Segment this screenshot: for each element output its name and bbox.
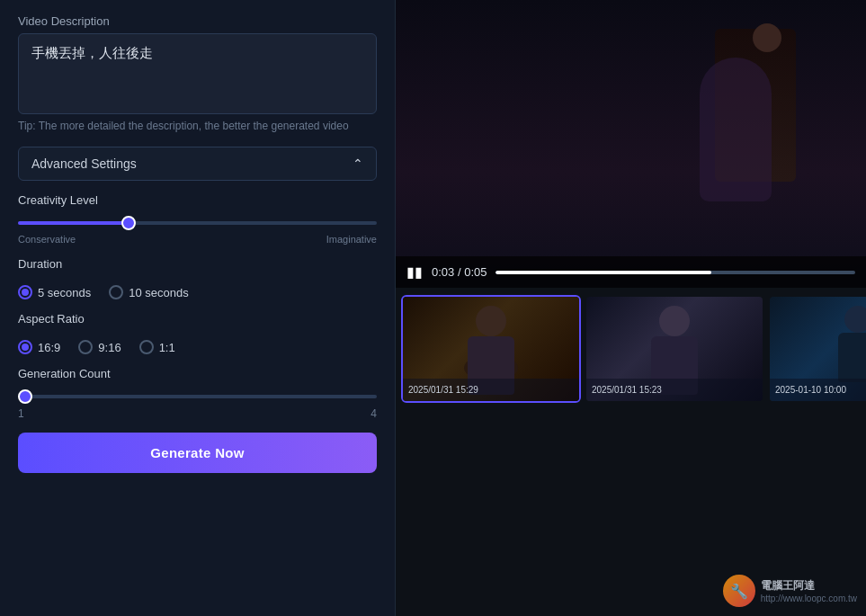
thumbnail-3[interactable]: 2025-01-10 10:00 <box>768 295 866 403</box>
video-description-label: Video Description <box>18 14 377 28</box>
generation-count-label: Generation Count <box>18 367 377 380</box>
aspect-ratio-radio-group: 16:9 9:16 1:1 <box>18 340 377 354</box>
watermark-text: 電腦王阿達 http://www.loopc.com.tw <box>761 578 857 603</box>
duration-option-10s[interactable]: 10 seconds <box>109 285 189 299</box>
aspect-ratio-1-1-label: 1:1 <box>159 341 175 354</box>
video-preview: ▮▮ 0:03 / 0:05 <box>396 0 866 288</box>
creativity-max-label: Imaginative <box>326 234 377 245</box>
duration-section: Duration 5 seconds 10 seconds <box>18 257 377 299</box>
aspect-ratio-9-16-label: 9:16 <box>98 341 121 354</box>
thumbnail-1[interactable]: 2025/01/31 15:29 <box>401 295 581 403</box>
generate-now-button[interactable]: Generate Now <box>18 433 377 473</box>
aspect-ratio-16-9[interactable]: 16:9 <box>18 340 60 354</box>
creativity-label: Creativity Level <box>18 193 377 207</box>
progress-fill <box>495 271 711 274</box>
aspect-ratio-radio-9-16[interactable] <box>78 340 93 354</box>
duration-option-5s[interactable]: 5 seconds <box>18 285 91 299</box>
progress-bar[interactable] <box>495 271 855 274</box>
creativity-labels: Conservative Imaginative <box>18 234 377 245</box>
video-still <box>396 0 866 288</box>
time-display: 0:03 / 0:05 <box>432 265 487 279</box>
thumb-3-label: 2025-01-10 10:00 <box>775 385 846 395</box>
aspect-ratio-radio-1-1[interactable] <box>139 340 154 354</box>
advanced-settings-block: Creativity Level Conservative Imaginativ… <box>18 193 377 420</box>
aspect-ratio-16-9-label: 16:9 <box>38 341 60 354</box>
creativity-section: Creativity Level Conservative Imaginativ… <box>18 193 377 245</box>
creativity-slider[interactable] <box>18 221 377 225</box>
video-description-input[interactable]: 手機丟掉，人往後走 <box>18 33 377 114</box>
aspect-ratio-label: Aspect Ratio <box>18 312 377 326</box>
aspect-ratio-radio-16-9[interactable] <box>18 340 32 354</box>
duration-5s-label: 5 seconds <box>38 286 91 299</box>
aspect-ratio-1-1[interactable]: 1:1 <box>139 340 175 354</box>
thumb-2-label: 2025/01/31 15:23 <box>592 385 662 395</box>
creativity-min-label: Conservative <box>18 234 76 245</box>
duration-radio-10s[interactable] <box>109 285 123 299</box>
thumbnail-2[interactable]: 2025/01/31 15:23 <box>585 295 764 403</box>
duration-radio-5s[interactable] <box>18 285 32 299</box>
generation-count-min: 1 <box>18 407 24 420</box>
pause-button[interactable]: ▮▮ <box>406 263 423 281</box>
video-controls-bar: ▮▮ 0:03 / 0:05 <box>396 256 866 288</box>
generation-count-range-labels: 1 4 <box>18 407 377 420</box>
right-panel: ▮▮ 0:03 / 0:05 2025/01/31 15:29 <box>396 0 866 616</box>
watermark-icon: 🔧 <box>723 575 755 607</box>
aspect-ratio-section: Aspect Ratio 16:9 9:16 1:1 <box>18 312 377 354</box>
duration-label: Duration <box>18 257 377 271</box>
advanced-settings-toggle[interactable]: Advanced Settings ⌃ <box>18 147 377 181</box>
video-description-section: Video Description 手機丟掉，人往後走 Tip: The mor… <box>18 14 377 134</box>
left-panel: Video Description 手機丟掉，人往後走 Tip: The mor… <box>0 0 396 616</box>
duration-10s-label: 10 seconds <box>129 286 189 299</box>
duration-radio-group: 5 seconds 10 seconds <box>18 285 377 299</box>
tip-text: Tip: The more detailed the description, … <box>18 118 377 134</box>
thumb-1-label: 2025/01/31 15:29 <box>408 385 478 395</box>
generation-count-max: 4 <box>371 407 377 420</box>
advanced-settings-label: Advanced Settings <box>31 156 137 171</box>
chevron-up-icon: ⌃ <box>353 156 363 171</box>
generation-count-slider[interactable] <box>18 395 377 398</box>
watermark: 🔧 電腦王阿達 http://www.loopc.com.tw <box>723 575 857 607</box>
aspect-ratio-9-16[interactable]: 9:16 <box>78 340 121 354</box>
thumbnails-row: 2025/01/31 15:29 2025/01/31 15:23 2025-0… <box>396 288 866 616</box>
generation-count-section: Generation Count 1 4 <box>18 367 377 420</box>
